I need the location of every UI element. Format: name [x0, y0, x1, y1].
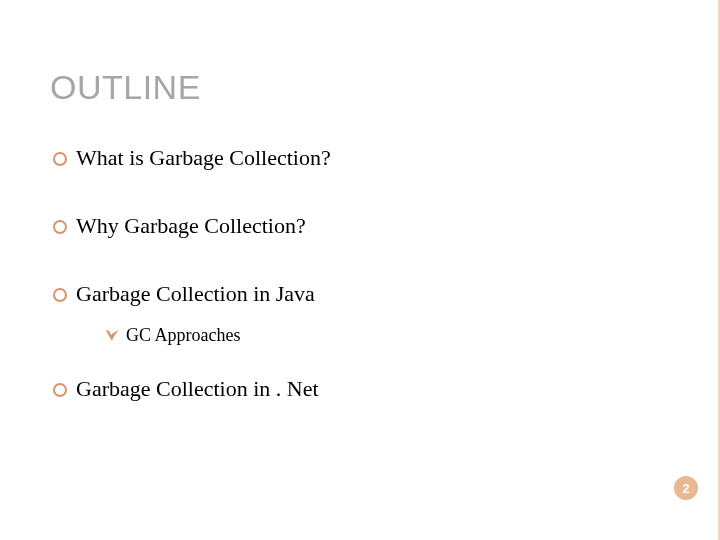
- page-number-badge: 2: [674, 476, 698, 500]
- slide-title: OUTLINE: [50, 68, 670, 107]
- outline-item: Why Garbage Collection?: [50, 213, 670, 239]
- outline-item-text: What is Garbage Collection?: [76, 145, 331, 170]
- outline-item-text: Garbage Collection in Java: [76, 281, 315, 306]
- outline-item-text: Why Garbage Collection?: [76, 213, 306, 238]
- outline-item-text: Garbage Collection in . Net: [76, 376, 319, 401]
- outline-item: Garbage Collection in . Net: [50, 376, 670, 402]
- slide: OUTLINE What is Garbage Collection? Why …: [0, 0, 720, 540]
- page-number: 2: [682, 481, 689, 496]
- outline-subitem: GC Approaches: [76, 325, 670, 346]
- outline-list: What is Garbage Collection? Why Garbage …: [50, 145, 670, 402]
- outline-item: What is Garbage Collection?: [50, 145, 670, 171]
- outline-item: Garbage Collection in Java GC Approaches: [50, 281, 670, 346]
- outline-subitem-text: GC Approaches: [126, 325, 240, 345]
